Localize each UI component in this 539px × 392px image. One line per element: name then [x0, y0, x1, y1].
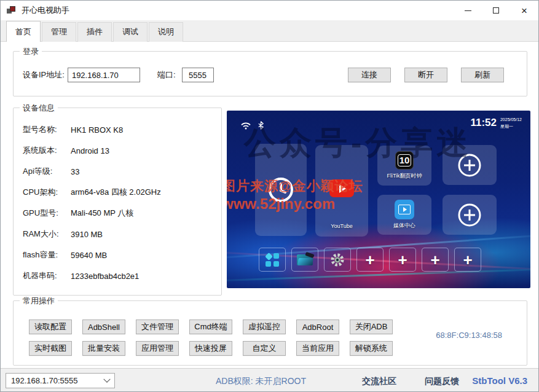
tv-tile-add-2[interactable]: [443, 195, 497, 235]
device-model-row: 型号名称:HK1 RBOX K8: [23, 119, 215, 140]
tv-shortcut-files[interactable]: [291, 248, 318, 272]
live-screenshot-button[interactable]: 实时截图: [29, 341, 72, 356]
add-circle-icon: [456, 152, 483, 179]
tv-shortcut-add-3[interactable]: +: [422, 248, 449, 272]
flitik-label: FliTik翻页时钟: [387, 172, 422, 180]
device-gpu-row: GPU型号:Mali-450 MP 八核: [23, 203, 215, 224]
device-api-row: Api等级:33: [23, 161, 215, 182]
device-cpu-row: CPU架构:arm64-v8a 四核 2.02GHz: [23, 182, 215, 203]
device-flash-row: flash容量:59640 MB: [23, 245, 215, 265]
app-window: 开心电视助手 × 首页 管理 插件 调试 说明 登录 设备IP地址: 端口: 连…: [0, 0, 539, 392]
current-app-button[interactable]: 当前应用: [296, 341, 339, 356]
adb-root-button[interactable]: AdbRoot: [296, 319, 339, 334]
custom-button[interactable]: 自定义: [243, 341, 286, 356]
batch-install-button[interactable]: 批量安装: [82, 341, 125, 356]
apps-grid-icon: [266, 253, 279, 267]
media-center-icon: [395, 200, 414, 219]
ip-input[interactable]: [68, 68, 140, 82]
tv-screenshot-preview: 公众号-分享迷 图片来源@金小颖论坛 www.52jiny.com 11:52: [227, 111, 530, 288]
cmd-terminal-button[interactable]: Cmd终端: [189, 319, 232, 334]
minimize-icon: [465, 10, 471, 11]
disconnect-button[interactable]: 断开: [404, 68, 447, 82]
community-link[interactable]: 交流社区: [362, 376, 396, 387]
file-manager-button[interactable]: 文件管理: [136, 319, 179, 334]
wifi-icon: [240, 122, 251, 130]
window-title: 开心电视助手: [22, 5, 69, 16]
port-label: 端口:: [157, 69, 176, 80]
quick-cast-button[interactable]: 快速投屏: [189, 341, 232, 356]
device-select-dropdown[interactable]: 192.168.1.70:5555: [6, 373, 115, 388]
gpu-value: Mali-450 MP 八核: [71, 208, 133, 219]
flash-value: 59640 MB: [71, 251, 107, 260]
tv-weekday: 星期一: [500, 124, 513, 128]
tab-manage[interactable]: 管理: [42, 22, 76, 42]
tab-help[interactable]: 说明: [149, 22, 183, 42]
ram-label: RAM大小:: [23, 229, 71, 240]
device-info-groupbox: 设备信息 型号名称:HK1 RBOX K8 系统版本:Android 13 Ap…: [13, 108, 222, 296]
cpu-label: CPU架构:: [23, 187, 71, 198]
app-icon: [7, 6, 17, 15]
tab-home[interactable]: 首页: [6, 21, 41, 42]
adb-shell-button[interactable]: AdbShell: [82, 319, 125, 334]
mac-address: 68:8F:C9:13:48:58: [436, 331, 502, 340]
youtube-label: YouTube: [331, 223, 352, 229]
flitik-badge: 10: [398, 154, 412, 167]
version-label: StbTool V6.3: [472, 375, 527, 386]
serial-value: 1233ebfbab4cb2e1: [71, 272, 139, 281]
plus-icon: +: [430, 252, 439, 268]
tab-debug[interactable]: 调试: [113, 22, 148, 42]
tv-shortcut-settings[interactable]: [324, 248, 351, 272]
tab-strip: 首页 管理 插件 调试 说明: [1, 20, 538, 42]
clock-app-icon: [267, 176, 295, 204]
tab-plugins[interactable]: 插件: [77, 22, 112, 42]
cpu-value: arm64-v8a 四核 2.02GHz: [71, 187, 161, 198]
model-label: 型号名称:: [23, 124, 71, 135]
refresh-button[interactable]: 刷新: [461, 68, 504, 82]
tv-tile-add-1[interactable]: [443, 145, 497, 185]
tv-tile-flitik[interactable]: 10 FliTik翻页时钟: [377, 146, 431, 186]
bluetooth-icon: [258, 120, 264, 130]
os-value: Android 13: [71, 146, 109, 155]
device-select-value: 192.168.1.70:5555: [11, 376, 77, 385]
unlock-system-button[interactable]: 解锁系统: [350, 341, 393, 356]
tv-shortcut-apps[interactable]: [259, 248, 286, 272]
home-tab-content: 登录 设备IP地址: 端口: 连接 断开 刷新 设备信息 型号名称:HK1 RB…: [1, 42, 538, 368]
tv-shortcut-add-4[interactable]: +: [454, 248, 481, 272]
read-config-button[interactable]: 读取配置: [29, 319, 72, 334]
add-circle-icon: [456, 202, 483, 229]
maximize-icon: [493, 7, 499, 14]
device-info-group-label: 设备信息: [20, 103, 58, 114]
tv-clock: 11:52: [470, 117, 497, 130]
tv-tile-media-center[interactable]: 媒体中心: [377, 195, 431, 235]
youtube-icon: [329, 179, 354, 197]
api-value: 33: [71, 167, 79, 176]
port-input[interactable]: [182, 68, 214, 82]
plus-icon: +: [463, 252, 472, 268]
tv-tile-youtube[interactable]: YouTube: [315, 145, 368, 237]
tv-clock-block: 11:52 2025/05/12 星期一: [470, 117, 522, 130]
virtual-remote-button[interactable]: 虚拟遥控: [243, 319, 286, 334]
connect-button[interactable]: 连接: [348, 68, 391, 82]
status-bar: 192.168.1.70:5555 ADB权限: 未开启ROOT 交流社区 问题…: [1, 368, 538, 391]
feedback-link[interactable]: 问题反馈: [425, 376, 459, 387]
tv-tile-clock-app[interactable]: [255, 144, 307, 236]
model-value: HK1 RBOX K8: [71, 125, 123, 135]
tv-shortcut-add-2[interactable]: +: [389, 248, 416, 272]
operations-group-label: 常用操作: [20, 296, 58, 307]
tv-date-value: 2025/05/12: [500, 117, 522, 122]
api-label: Api等级:: [23, 166, 71, 177]
close-button[interactable]: ×: [510, 1, 538, 20]
serial-label: 机器串码:: [23, 270, 71, 281]
minimize-button[interactable]: [454, 1, 482, 20]
close-adb-button[interactable]: 关闭ADB: [350, 319, 393, 334]
operations-groupbox: 常用操作 读取配置 AdbShell 文件管理 Cmd终端 虚拟遥控 AdbRo…: [13, 300, 527, 366]
maximize-button[interactable]: [482, 1, 510, 20]
plus-icon: +: [398, 252, 407, 268]
tv-date: 2025/05/12 星期一: [500, 117, 522, 130]
tv-shortcut-add-1[interactable]: +: [356, 248, 384, 272]
device-ram-row: RAM大小:3910 MB: [23, 224, 215, 245]
plus-icon: +: [365, 252, 374, 268]
gear-icon: [330, 253, 345, 267]
app-manager-button[interactable]: 应用管理: [136, 341, 179, 356]
gpu-label: GPU型号:: [23, 208, 71, 219]
